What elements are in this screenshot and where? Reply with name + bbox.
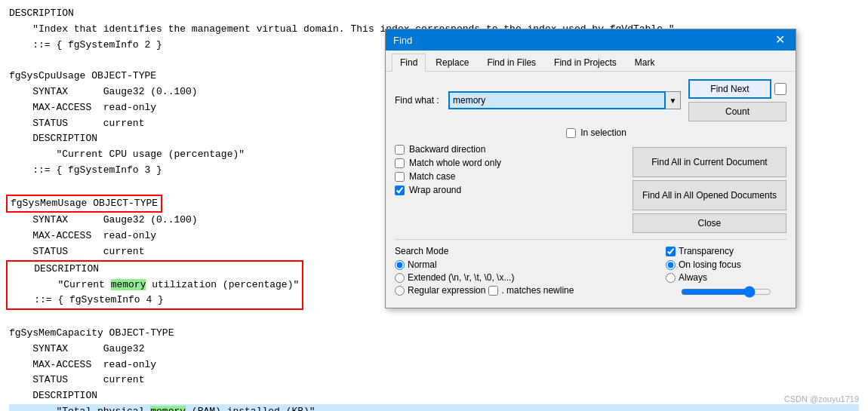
code-line-memusage: fgSysMemUsage OBJECT-TYPE <box>11 196 158 212</box>
watermark: CSDN @zouyu1719 <box>784 394 859 403</box>
dialog-tabs: Find Replace Find in Files Find in Proje… <box>386 51 796 72</box>
backward-label: Backward direction <box>409 144 485 155</box>
backward-checkbox[interactable] <box>395 145 405 155</box>
in-selection-checkbox[interactable] <box>566 128 576 138</box>
tab-find-in-files[interactable]: Find in Files <box>479 54 544 71</box>
right-buttons: Find All in Current Document Find All in… <box>633 147 786 233</box>
transparency-title: Transparency <box>666 246 786 256</box>
tab-replace[interactable]: Replace <box>427 54 477 71</box>
code-line: ::= { fgSystemInfo 4 } <box>11 293 299 308</box>
whole-word-checkbox[interactable] <box>395 158 405 168</box>
tab-find[interactable]: Find <box>392 54 426 72</box>
matches-newline-label: . matches newline <box>501 285 574 296</box>
find-all-opened-button[interactable]: Find All in All Opened Documents <box>633 180 786 210</box>
code-line-memory: "Current memory utilization (percentage)… <box>11 278 299 293</box>
always-row: Always <box>666 272 786 283</box>
close-icon[interactable]: ✕ <box>772 34 788 46</box>
code-line: DESCRIPTION <box>11 262 299 278</box>
matches-newline-checkbox[interactable] <box>488 286 498 296</box>
tab-mark[interactable]: Mark <box>626 54 663 71</box>
code-line: SYNTAX Gauge32 <box>9 342 859 357</box>
checkboxes-left: In selection Backward direction Match wh… <box>395 127 626 233</box>
regex-radio-row: Regular expression . matches newline <box>395 285 657 296</box>
find-next-button[interactable]: Find Next <box>688 79 771 99</box>
code-line-memory2: "Total physical memory (RAM) installed (… <box>9 404 859 411</box>
in-selection-label: In selection <box>580 127 626 138</box>
match-case-row: Match case <box>395 171 626 182</box>
find-dropdown-btn[interactable]: ▼ <box>666 91 681 109</box>
whole-word-label: Match whole word only <box>409 158 501 168</box>
normal-label: Normal <box>408 259 437 270</box>
code-line: DESCRIPTION <box>9 388 859 404</box>
wrap-around-checkbox[interactable] <box>395 186 405 195</box>
dialog-title: Find <box>393 35 412 46</box>
find-input[interactable] <box>448 91 666 109</box>
transparency-checkbox[interactable] <box>666 247 676 256</box>
search-mode-box: Search Mode Normal Extended (\n, \r, \t,… <box>395 246 657 300</box>
extended-radio-row: Extended (\n, \r, \t, \0, \x...) <box>395 272 657 283</box>
find-dialog: Find ✕ Find Replace Find in Files Find i… <box>385 29 796 308</box>
in-selection-row: In selection <box>566 127 626 138</box>
code-line <box>9 310 859 326</box>
wrap-around-label: Wrap around <box>409 185 461 195</box>
slider-container <box>666 286 786 300</box>
wrap-around-row: Wrap around <box>395 185 626 195</box>
regex-radio[interactable] <box>395 286 405 296</box>
dialog-body: Find what : ▼ Find Next Count In se <box>386 72 796 308</box>
transparency-label: Transparency <box>679 246 734 256</box>
find-all-current-button[interactable]: Find All in Current Document <box>633 147 786 177</box>
always-label: Always <box>679 272 707 283</box>
close-button[interactable]: Close <box>633 213 786 233</box>
search-mode-title: Search Mode <box>395 246 657 256</box>
on-losing-focus-row: On losing focus <box>666 259 786 270</box>
normal-radio-row: Normal <box>395 259 657 270</box>
find-what-label: Find what : <box>395 95 444 106</box>
extended-radio[interactable] <box>395 273 405 283</box>
on-losing-focus-label: On losing focus <box>679 259 741 270</box>
whole-word-row: Match whole word only <box>395 158 626 168</box>
find-what-row: Find what : ▼ Find Next Count <box>395 79 786 121</box>
tab-find-in-projects[interactable]: Find in Projects <box>546 54 625 71</box>
transparency-slider[interactable] <box>681 286 771 298</box>
count-button[interactable]: Count <box>688 102 786 121</box>
code-line: fgSysMemCapacity OBJECT-TYPE <box>9 326 859 342</box>
dialog-titlebar: Find ✕ <box>386 29 796 51</box>
code-line: DESCRIPTION <box>9 6 859 22</box>
backward-row: Backward direction <box>395 144 626 155</box>
match-case-label: Match case <box>409 171 455 182</box>
always-radio[interactable] <box>666 273 676 283</box>
find-next-checkbox[interactable] <box>774 83 786 95</box>
bottom-section: Search Mode Normal Extended (\n, \r, \t,… <box>395 239 786 300</box>
code-line: MAX-ACCESS read-only <box>9 357 859 373</box>
normal-radio[interactable] <box>395 260 405 270</box>
code-line: STATUS current <box>9 373 859 388</box>
on-losing-focus-radio[interactable] <box>666 260 676 270</box>
match-case-checkbox[interactable] <box>395 172 405 182</box>
extended-label: Extended (\n, \r, \t, \0, \x...) <box>408 272 514 283</box>
transparency-box: Transparency On losing focus Always <box>666 246 786 300</box>
regex-label: Regular expression <box>408 285 485 296</box>
